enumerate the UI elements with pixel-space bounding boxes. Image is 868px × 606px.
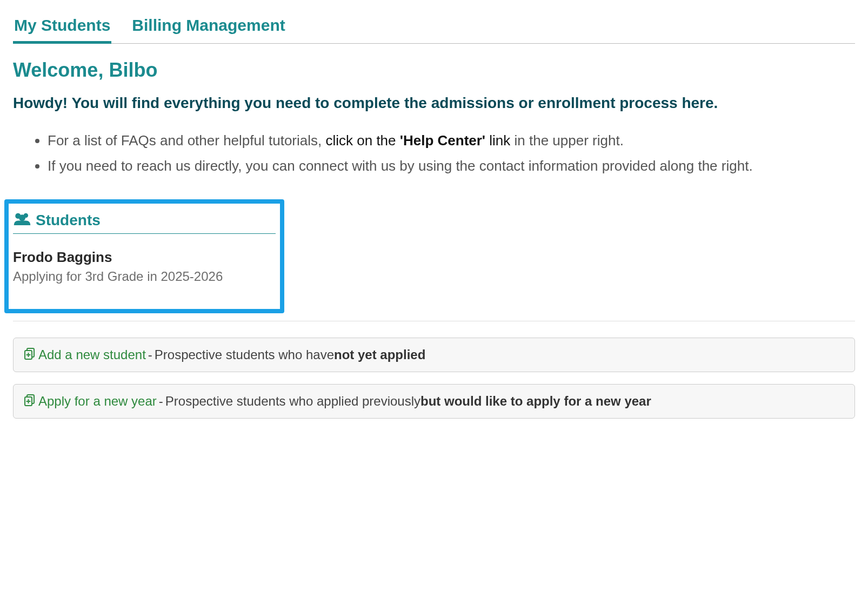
apply-new-year-link[interactable]: Apply for a new year <box>23 393 157 409</box>
apply-new-year-desc-prefix: Prospective students who applied previou… <box>165 394 420 409</box>
add-student-desc-bold: not yet applied <box>334 347 425 362</box>
student-highlight-box: Students Frodo Baggins Applying for 3rd … <box>4 199 284 313</box>
student-status: Applying for 3rd Grade in 2025-2026 <box>13 269 276 284</box>
divider <box>13 321 855 321</box>
add-student-link[interactable]: Add a new student <box>23 347 146 363</box>
apply-new-year-desc-bold: but would like to apply for a new year <box>420 394 651 409</box>
apply-new-year-box[interactable]: Apply for a new year - Prospective stude… <box>13 384 855 419</box>
people-icon <box>13 211 31 230</box>
bullet-faq-prefix: For a list of FAQs and other helpful tut… <box>48 132 325 149</box>
bullet-faq: For a list of FAQs and other helpful tut… <box>48 130 855 151</box>
tab-bar: My Students Billing Management <box>13 13 855 44</box>
students-heading: Students <box>13 211 276 230</box>
add-student-dash: - <box>148 347 152 362</box>
bullet-faq-mid: click on the <box>325 132 399 149</box>
students-section: Students Frodo Baggins Applying for 3rd … <box>13 199 855 313</box>
apply-new-year-dash: - <box>159 394 163 409</box>
intro-text: Howdy! You will find everything you need… <box>13 91 855 115</box>
info-bullets: For a list of FAQs and other helpful tut… <box>13 130 855 177</box>
student-row[interactable]: Frodo Baggins Applying for 3rd Grade in … <box>13 249 276 284</box>
help-center-link-label: 'Help Center' <box>400 132 485 149</box>
add-student-icon <box>23 347 36 363</box>
svg-point-2 <box>19 214 25 221</box>
add-student-box[interactable]: Add a new student - Prospective students… <box>13 338 855 372</box>
tab-billing-management[interactable]: Billing Management <box>131 13 286 42</box>
add-student-desc-prefix: Prospective students who have <box>155 347 334 362</box>
bullet-contact: If you need to reach us directly, you ca… <box>48 155 855 177</box>
apply-new-year-icon <box>23 393 36 409</box>
student-name: Frodo Baggins <box>13 249 276 266</box>
bullet-faq-mid2: link <box>485 132 510 149</box>
bullet-faq-suffix: in the upper right. <box>510 132 624 149</box>
tab-my-students[interactable]: My Students <box>13 13 111 42</box>
welcome-heading: Welcome, Bilbo <box>13 59 855 82</box>
add-student-link-text: Add a new student <box>38 347 146 362</box>
students-heading-text: Students <box>36 212 101 229</box>
apply-new-year-link-text: Apply for a new year <box>38 394 157 409</box>
